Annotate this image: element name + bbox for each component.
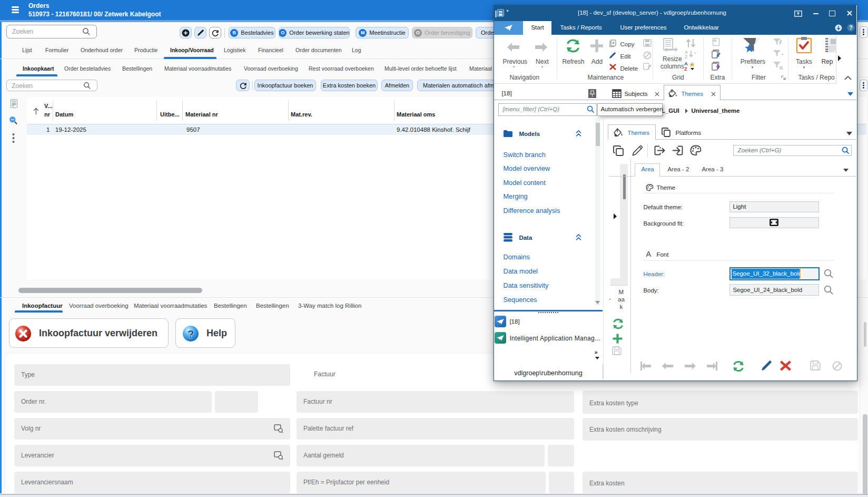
svg-text:?: ? [188, 328, 194, 340]
svg-text:Z: Z [684, 66, 687, 72]
svg-text:Z: Z [685, 54, 687, 60]
svg-text:?: ? [850, 25, 853, 31]
